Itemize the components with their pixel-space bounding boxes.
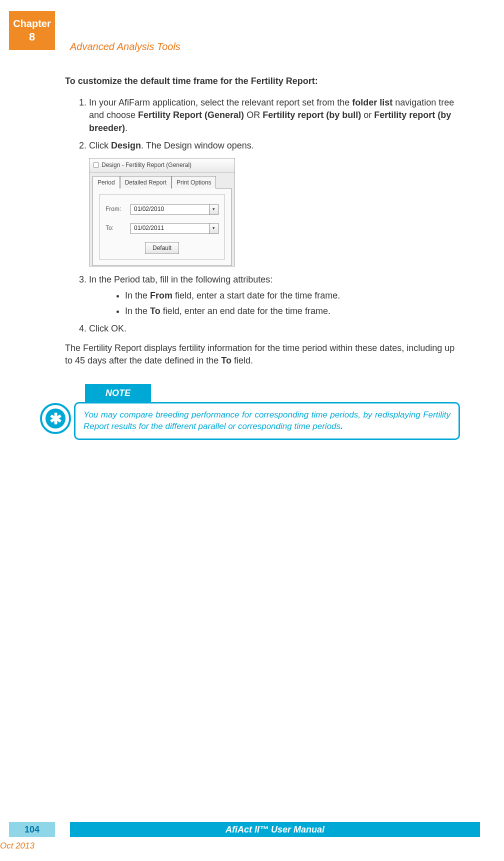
to-label: To:: [106, 224, 130, 232]
note-text: You may compare breeding performance for…: [74, 402, 460, 440]
manual-title: AfiAct II™ User Manual: [70, 822, 480, 837]
to-date-input[interactable]: 01/02/2011: [130, 223, 218, 234]
asterisk-icon: ✱: [40, 403, 71, 434]
tab-period[interactable]: Period: [92, 176, 120, 188]
step-3-bullet-1: In the From field, enter a start date fo…: [125, 290, 455, 302]
design-dialog-screenshot: Design - Fertility Report (General) Peri…: [89, 158, 235, 266]
from-date-input[interactable]: 01/02/2010: [130, 204, 218, 215]
footer-date: Oct 2013: [0, 841, 34, 851]
dialog-title-text: Design - Fertility Report (General): [102, 161, 192, 170]
content-area: To customize the default time frame for …: [65, 75, 455, 367]
note-block: NOTE ✱ You may compare breeding performa…: [40, 384, 460, 440]
dialog-body: From: 01/02/2010 To: 01/02/2011: [92, 188, 232, 266]
chapter-tab: Chapter 8: [9, 11, 55, 50]
dialog-titlebar: Design - Fertility Report (General): [90, 158, 234, 172]
procedure-heading: To customize the default time frame for …: [65, 75, 455, 88]
step-2: Click Design. The Design window opens. D…: [89, 140, 455, 267]
section-title: Advanced Analysis Tools: [70, 41, 180, 52]
from-date-value: 01/02/2010: [131, 205, 209, 214]
default-button[interactable]: Default: [145, 242, 179, 254]
window-icon: [94, 162, 98, 168]
step-3-bullet-2: In the To field, enter an end date for t…: [125, 305, 455, 318]
chapter-number: 8: [9, 30, 55, 44]
chapter-label: Chapter: [9, 18, 55, 30]
from-row: From: 01/02/2010: [106, 204, 218, 215]
period-fieldset: From: 01/02/2010 To: 01/02/2011: [99, 194, 225, 260]
to-date-value: 01/02/2011: [131, 224, 209, 232]
step-3: In the Period tab, fill in the following…: [89, 274, 455, 318]
dialog-tabs: Period Detailed Report Print Options: [92, 176, 232, 188]
page-footer: 104 AfiAct II™ User Manual Oct 2013: [9, 822, 480, 837]
result-paragraph: The Fertility Report displays fertility …: [65, 342, 455, 367]
from-label: From:: [106, 205, 130, 214]
tab-detailed-report[interactable]: Detailed Report: [120, 176, 172, 188]
page-number: 104: [9, 822, 55, 837]
step-4: Click OK.: [89, 322, 455, 335]
chevron-down-icon[interactable]: [209, 204, 218, 214]
step-1: In your AfiFarm application, select the …: [89, 96, 455, 134]
tab-print-options[interactable]: Print Options: [172, 176, 216, 188]
note-label: NOTE: [85, 384, 151, 402]
to-row: To: 01/02/2011: [106, 223, 218, 234]
chevron-down-icon[interactable]: [209, 224, 218, 234]
